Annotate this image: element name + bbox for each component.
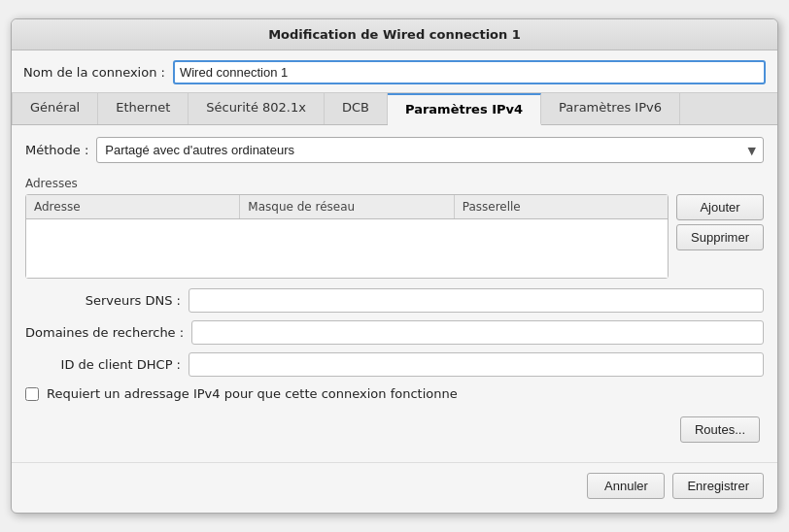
dns-input[interactable] (189, 288, 764, 313)
dialog-title: Modification de Wired connection 1 (12, 19, 777, 50)
tabs-bar: Général Ethernet Sécurité 802.1x DCB Par… (12, 92, 777, 125)
adresses-section-label: Adresses (25, 177, 764, 190)
dialog-footer: Annuler Enregistrer (12, 462, 777, 513)
ipv4-required-label: Requiert un adressage IPv4 pour que cett… (47, 386, 458, 401)
dhcp-label: ID de client DHCP : (25, 357, 181, 372)
routes-button[interactable]: Routes... (680, 416, 760, 443)
tab-dcb[interactable]: DCB (325, 93, 388, 124)
checkbox-row: Requiert un adressage IPv4 pour que cett… (25, 386, 764, 401)
supprimer-button[interactable]: Supprimer (676, 224, 764, 250)
dns-row: Serveurs DNS : (25, 288, 764, 313)
col-passerelle: Passerelle (455, 195, 668, 218)
dhcp-input[interactable] (189, 352, 764, 377)
adresses-container: Adresse Masque de réseau Passerelle Ajou… (25, 194, 764, 279)
tab-ipv6[interactable]: Paramètres IPv6 (541, 93, 680, 124)
dhcp-row: ID de client DHCP : (25, 352, 764, 377)
adresses-table: Adresse Masque de réseau Passerelle (25, 194, 669, 279)
dns-label: Serveurs DNS : (25, 293, 181, 308)
col-masque: Masque de réseau (240, 195, 454, 218)
methode-label: Méthode : (25, 143, 88, 157)
connection-name-label: Nom de la connexion : (23, 65, 165, 80)
table-header: Adresse Masque de réseau Passerelle (26, 195, 668, 219)
search-input[interactable] (191, 320, 764, 345)
tab-general[interactable]: Général (12, 93, 98, 124)
connection-name-row: Nom de la connexion : (12, 50, 777, 92)
ipv4-required-checkbox[interactable] (25, 387, 39, 401)
adresses-section: Adresses Adresse Masque de réseau Passer… (25, 177, 764, 279)
tab-security[interactable]: Sécurité 802.1x (189, 93, 325, 124)
col-adresse: Adresse (26, 195, 240, 218)
methode-select-wrapper: Partagé avec d'autres ordinateurs Automa… (96, 137, 764, 163)
search-row: Domaines de recherche : (25, 320, 764, 345)
tab-content: Méthode : Partagé avec d'autres ordinate… (12, 125, 777, 458)
methode-row: Méthode : Partagé avec d'autres ordinate… (25, 137, 764, 163)
tab-ethernet[interactable]: Ethernet (98, 93, 189, 124)
methode-select[interactable]: Partagé avec d'autres ordinateurs Automa… (96, 137, 764, 163)
enregistrer-button[interactable]: Enregistrer (672, 473, 764, 499)
connection-name-input[interactable] (173, 60, 766, 84)
search-label: Domaines de recherche : (25, 325, 184, 340)
bottom-row: Routes... (25, 416, 764, 447)
adresses-buttons: Ajouter Supprimer (676, 194, 764, 279)
annuler-button[interactable]: Annuler (587, 473, 665, 499)
ajouter-button[interactable]: Ajouter (676, 194, 764, 220)
table-body (26, 219, 668, 278)
dialog: Modification de Wired connection 1 Nom d… (11, 18, 778, 514)
tab-ipv4[interactable]: Paramètres IPv4 (388, 93, 541, 125)
